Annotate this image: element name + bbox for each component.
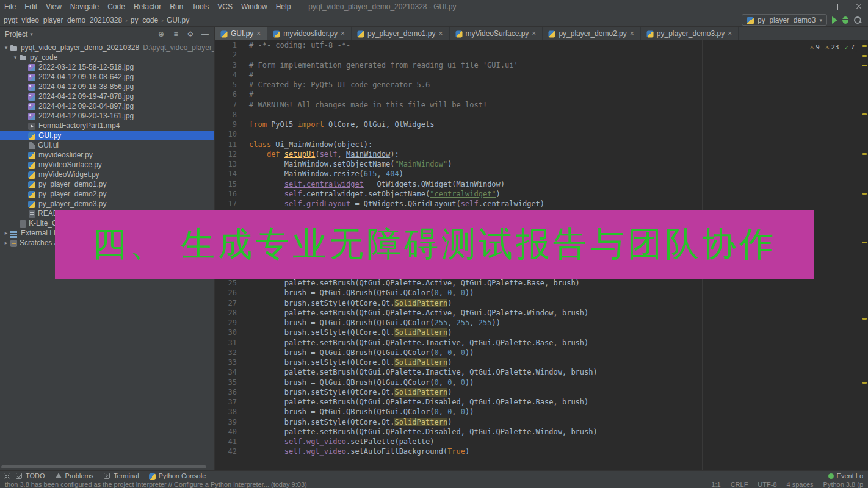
tree-item-2024-04-12-09-20-04-897-jpg[interactable]: 2024-04-12 09-20-04-897.jpg: [0, 101, 214, 111]
tab-label: py_player_demo3.py: [657, 29, 725, 38]
tree-item-py-player-demo3-py[interactable]: py_player_demo3.py: [0, 199, 214, 209]
code-line-text: self.wgt_video.setAutoFillBackground(Tru…: [237, 447, 469, 456]
code-line: 37 palette.setBrush(QtGui.QPalette.Disab…: [215, 397, 868, 407]
file-encoding[interactable]: UTF-8: [758, 481, 776, 488]
close-icon[interactable]: ×: [531, 29, 537, 38]
menu-edit[interactable]: Edit: [20, 0, 42, 13]
close-icon[interactable]: ×: [629, 29, 635, 38]
toolwindow-label: Problems: [65, 472, 93, 479]
toolwindow-todo[interactable]: TODO: [15, 472, 45, 479]
menu-refactor[interactable]: Refactor: [129, 0, 165, 13]
tree-item-2024-04-12-09-20-13-161-jpg[interactable]: 2024-04-12 09-20-13-161.jpg: [0, 111, 214, 121]
caret-position[interactable]: 1:1: [711, 481, 720, 488]
tool-window-switcher-icon[interactable]: [4, 473, 10, 479]
locate-file-icon[interactable]: ⊕: [157, 30, 165, 38]
status-message[interactable]: thon 3.8 has been configured as the proj…: [5, 481, 307, 488]
close-icon[interactable]: ×: [340, 29, 345, 38]
tree-item-label: pyqt_video_player_demo_20210328: [21, 43, 139, 52]
run-configuration-select[interactable]: py_player_demo3 ▾: [742, 14, 827, 26]
tree-item-2022-03-12-15-58-12-518-jpg[interactable]: 2022-03-12 15-58-12-518.jpg: [0, 62, 214, 72]
tree-item-2024-04-12-09-19-47-878-jpg[interactable]: 2024-04-12 09-19-47-878.jpg: [0, 92, 214, 101]
collapse-all-icon[interactable]: ≡: [172, 30, 180, 38]
tab-gui-py[interactable]: GUI.py×: [215, 27, 267, 40]
tree-item-2024-04-12-09-18-08-642-jpg[interactable]: 2024-04-12 09-18-08-642.jpg: [0, 72, 214, 82]
chevron-down-icon[interactable]: ▾: [30, 31, 33, 37]
maximize-icon[interactable]: [831, 0, 850, 13]
toolwindow-terminal[interactable]: Terminal: [103, 472, 139, 479]
toolwindow-problems[interactable]: Problems: [55, 472, 93, 479]
line-number: 39: [215, 417, 237, 427]
minimize-icon[interactable]: [813, 0, 831, 13]
check-icon: ✓: [845, 43, 849, 51]
code-line: 5# Created by: PyQt5 UI code generator 5…: [215, 80, 868, 90]
tab-py-player-demo1-py[interactable]: py_player_demo1.py×: [352, 27, 449, 40]
project-panel-title: Project: [5, 30, 27, 38]
project-panel-toolbar: ⊕ ≡ ⚙ —: [157, 30, 209, 38]
horizontal-scrollbar[interactable]: [1, 465, 206, 468]
weak-warnings-indicator[interactable]: ⚠23: [825, 43, 839, 51]
event-log-button[interactable]: Event Lo: [828, 472, 864, 479]
breadcrumb-item-py-code[interactable]: py_code: [129, 16, 159, 24]
line-number: 31: [215, 338, 237, 348]
image-icon: [28, 74, 35, 81]
debug-button[interactable]: [842, 16, 848, 24]
tab-py-player-demo2-py[interactable]: py_player_demo2.py×: [543, 27, 640, 40]
toolwindow-python-console[interactable]: Python Console: [149, 472, 206, 479]
search-icon[interactable]: [853, 16, 862, 24]
error-stripe[interactable]: [861, 40, 868, 470]
menu-window[interactable]: Window: [237, 0, 272, 13]
menu-run[interactable]: Run: [165, 0, 187, 13]
hide-panel-icon[interactable]: —: [201, 30, 209, 38]
tab-myvideosurface-py[interactable]: myVideoSurface.py×: [450, 27, 543, 40]
menu-file[interactable]: File: [0, 0, 20, 13]
code-line-text: self.centralwidget.setObjectName("centra…: [237, 189, 501, 199]
event-log-label: Event Lo: [837, 472, 863, 479]
tab-py-player-demo3-py[interactable]: py_player_demo3.py×: [641, 27, 739, 40]
warnings-indicator[interactable]: ⚠9: [810, 43, 820, 51]
tree-item-myvideosurface-py[interactable]: myVideoSurface.py: [0, 160, 214, 170]
tree-item-gui-py[interactable]: GUI.py: [0, 131, 214, 140]
breadcrumb-item-pyqt-video-player-demo-20210328[interactable]: pyqt_video_player_demo_20210328: [2, 16, 123, 24]
passed-indicator[interactable]: ✓7: [845, 43, 855, 51]
tree-down-arrow-icon[interactable]: ▾: [12, 54, 19, 60]
close-icon[interactable]: ×: [438, 29, 444, 38]
menu-navigate[interactable]: Navigate: [66, 0, 103, 13]
indent-setting[interactable]: 4 spaces: [787, 481, 814, 488]
close-icon[interactable]: ×: [727, 29, 732, 38]
menu-help[interactable]: Help: [272, 0, 295, 13]
tree-item-formatfactorypart1-mp4[interactable]: FormatFactoryPart1.mp4: [0, 121, 214, 131]
run-button[interactable]: [832, 16, 837, 24]
tree-down-arrow-icon[interactable]: ▾: [2, 45, 10, 51]
close-icon[interactable]: ×: [256, 29, 261, 38]
line-ending[interactable]: CRLF: [731, 481, 748, 488]
run-configuration-label: py_player_demo3: [758, 16, 816, 24]
tree-item-py-code[interactable]: ▾py_code: [0, 52, 214, 62]
inspections-widget[interactable]: ⚠9 ⚠23 ✓7: [808, 43, 857, 52]
tree-item-py-player-demo1-py[interactable]: py_player_demo1.py: [0, 179, 214, 189]
tree-item-py-player-demo2-py[interactable]: py_player_demo2.py: [0, 189, 214, 199]
tree-item-gui-ui[interactable]: GUI.ui: [0, 140, 214, 150]
tree-right-arrow-icon[interactable]: ▸: [2, 240, 10, 246]
menu-code[interactable]: Code: [103, 0, 129, 13]
code-line: 14 MainWindow.resize(615, 404): [215, 169, 868, 179]
gear-icon[interactable]: ⚙: [186, 30, 195, 38]
interpreter[interactable]: Python 3.8 (p: [823, 481, 863, 488]
tree-right-arrow-icon[interactable]: ▸: [2, 230, 10, 236]
close-icon[interactable]: [850, 0, 868, 13]
line-number: 33: [215, 357, 237, 367]
tree-item-2024-04-12-09-18-38-856-jpg[interactable]: 2024-04-12 09-18-38-856.jpg: [0, 82, 214, 92]
code-line-text: [237, 50, 249, 60]
code-line: 12 def setupUi(self, MainWindow):: [215, 149, 868, 159]
menu-vcs[interactable]: VCS: [213, 0, 237, 13]
code-line: 9from PyQt5 import QtCore, QtGui, QtWidg…: [215, 120, 868, 129]
menu-tools[interactable]: Tools: [187, 0, 213, 13]
code-line: 8: [215, 110, 868, 120]
breadcrumb-item-gui-py[interactable]: GUI.py: [165, 16, 190, 24]
line-number: 7: [215, 100, 237, 110]
tab-myvideoslider-py[interactable]: myvideoslider.py×: [267, 27, 352, 40]
tree-item-myvideowidget-py[interactable]: myVideoWidget.py: [0, 170, 214, 179]
tree-item-myvideoslider-py[interactable]: myvideoslider.py: [0, 150, 214, 160]
line-number: 34: [215, 367, 237, 377]
tree-item-pyqt-video-player-demo-20210328[interactable]: ▾pyqt_video_player_demo_20210328D:\pyqt_…: [0, 43, 214, 52]
menu-view[interactable]: View: [42, 0, 66, 13]
